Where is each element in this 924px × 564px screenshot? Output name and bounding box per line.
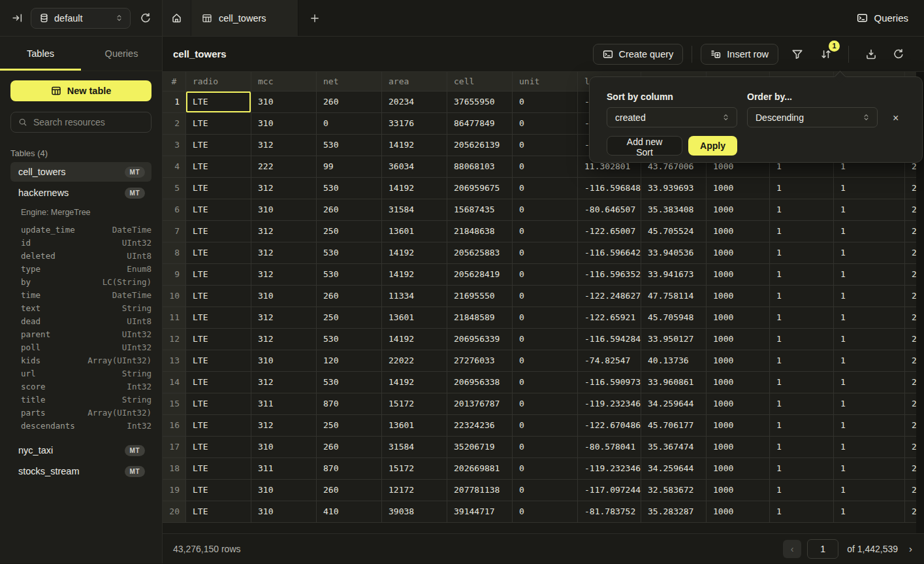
next-page-button[interactable]: › — [906, 543, 915, 554]
table-cell[interactable]: LTE — [186, 135, 251, 156]
table-cell[interactable]: 410 — [317, 501, 382, 523]
table-cell[interactable]: 310 — [251, 501, 317, 523]
table-cell[interactable]: 2 — [905, 501, 916, 523]
table-cell[interactable]: 21848589 — [447, 307, 513, 329]
table-cell[interactable]: LTE — [186, 307, 251, 329]
table-cell[interactable]: 13601 — [382, 415, 447, 437]
table-cell[interactable]: 1 — [770, 199, 834, 221]
table-cell[interactable]: 260 — [317, 437, 382, 458]
table-cell[interactable]: 20234 — [382, 91, 447, 113]
table-cell[interactable]: 0 — [513, 286, 578, 307]
table-cell[interactable]: 1000 — [707, 199, 770, 221]
row-number-cell[interactable]: 20 — [163, 501, 186, 523]
table-cell[interactable]: 2 — [905, 264, 916, 286]
table-cell[interactable]: -119.232346 — [578, 458, 641, 480]
table-cell[interactable]: 250 — [317, 307, 382, 329]
table-cell[interactable]: -122.670486 — [578, 415, 641, 437]
table-cell[interactable]: 870 — [317, 393, 382, 415]
row-number-cell[interactable]: 9 — [163, 264, 186, 286]
table-cell[interactable]: 35.283287 — [641, 501, 707, 523]
table-cell[interactable]: 1 — [770, 437, 834, 458]
table-cell[interactable]: 0 — [513, 135, 578, 156]
table-cell[interactable]: 530 — [317, 178, 382, 199]
table-cell[interactable]: 1 — [834, 242, 905, 264]
table-cell[interactable]: 0 — [513, 242, 578, 264]
table-cell[interactable]: 1 — [834, 437, 905, 458]
table-cell[interactable]: 310 — [251, 113, 317, 135]
table-cell[interactable]: LTE — [186, 221, 251, 242]
table-cell[interactable]: 15172 — [382, 458, 447, 480]
table-cell[interactable]: 33.960861 — [641, 372, 707, 393]
previous-page-button[interactable]: ‹ — [783, 540, 801, 558]
table-cell[interactable]: 1 — [834, 286, 905, 307]
table-cell[interactable]: LTE — [186, 350, 251, 372]
table-cell[interactable]: LTE — [186, 156, 251, 178]
table-cell[interactable]: 31584 — [382, 437, 447, 458]
table-cell[interactable]: LTE — [186, 286, 251, 307]
tab-cell-towers[interactable]: cell_towers — [191, 0, 298, 36]
table-cell[interactable]: 2 — [905, 480, 916, 501]
table-cell[interactable]: LTE — [186, 199, 251, 221]
sort-column-select[interactable]: created — [607, 107, 737, 127]
row-number-cell[interactable]: 2 — [163, 113, 186, 135]
table-cell[interactable]: 22022 — [382, 350, 447, 372]
home-tab[interactable] — [163, 0, 191, 36]
table-cell[interactable]: 1 — [834, 221, 905, 242]
table-cell[interactable]: 47.758114 — [641, 286, 707, 307]
table-cell[interactable]: 45.705524 — [641, 221, 707, 242]
row-number-cell[interactable]: 13 — [163, 350, 186, 372]
table-cell[interactable]: 2 — [905, 458, 916, 480]
table-cell[interactable]: 1 — [770, 178, 834, 199]
sort-button[interactable]: 1 — [818, 46, 835, 63]
page-number-input[interactable] — [807, 539, 838, 559]
table-cell[interactable]: 88068103 — [447, 156, 513, 178]
table-cell[interactable]: 34.259644 — [641, 458, 707, 480]
sidebar-table-item-cell_towers[interactable]: cell_towersMT — [10, 162, 151, 182]
remove-sort-button[interactable]: × — [887, 111, 904, 125]
apply-sort-button[interactable]: Apply — [688, 136, 737, 156]
table-cell[interactable]: 2 — [905, 393, 916, 415]
table-cell[interactable]: 120 — [317, 350, 382, 372]
table-cell[interactable]: 250 — [317, 221, 382, 242]
queries-button[interactable]: Queries — [841, 0, 924, 36]
table-cell[interactable]: 33.939693 — [641, 178, 707, 199]
table-cell[interactable]: 1 — [770, 415, 834, 437]
table-cell[interactable]: 0 — [513, 113, 578, 135]
table-cell[interactable]: LTE — [186, 372, 251, 393]
table-cell[interactable]: 1 — [770, 458, 834, 480]
row-number-cell[interactable]: 17 — [163, 437, 186, 458]
table-cell[interactable]: 33.950127 — [641, 329, 707, 350]
table-cell[interactable]: 36034 — [382, 156, 447, 178]
table-cell[interactable]: LTE — [186, 480, 251, 501]
table-cell[interactable]: -117.097244 — [578, 480, 641, 501]
table-cell[interactable]: 0 — [513, 458, 578, 480]
table-cell[interactable]: 2 — [905, 221, 916, 242]
row-number-cell[interactable]: 7 — [163, 221, 186, 242]
table-cell[interactable]: 2 — [905, 199, 916, 221]
table-cell[interactable]: 1 — [770, 242, 834, 264]
table-cell[interactable]: 1000 — [707, 178, 770, 199]
table-cell[interactable]: 312 — [251, 264, 317, 286]
table-cell[interactable]: 312 — [251, 372, 317, 393]
table-cell[interactable]: -116.596642 — [578, 242, 641, 264]
table-cell[interactable]: 1 — [770, 350, 834, 372]
row-number-cell[interactable]: 6 — [163, 199, 186, 221]
table-cell[interactable]: 37655950 — [447, 91, 513, 113]
table-cell[interactable]: 34.259644 — [641, 393, 707, 415]
filter-button[interactable] — [789, 46, 806, 63]
new-table-button[interactable]: New table — [10, 80, 151, 101]
table-cell[interactable]: 13601 — [382, 307, 447, 329]
table-cell[interactable]: LTE — [186, 458, 251, 480]
table-cell[interactable]: 260 — [317, 480, 382, 501]
table-cell[interactable]: 1 — [770, 307, 834, 329]
table-cell[interactable]: 2 — [905, 178, 916, 199]
table-cell[interactable]: 14192 — [382, 178, 447, 199]
table-cell[interactable]: -116.596848 — [578, 178, 641, 199]
database-selector[interactable]: default — [31, 8, 131, 29]
table-cell[interactable]: 2 — [905, 286, 916, 307]
table-cell[interactable]: 22324236 — [447, 415, 513, 437]
table-cell[interactable]: 1000 — [707, 480, 770, 501]
table-cell[interactable]: 1000 — [707, 307, 770, 329]
sidebar-tab-tables[interactable]: Tables — [0, 37, 81, 71]
table-cell[interactable]: 0 — [513, 156, 578, 178]
